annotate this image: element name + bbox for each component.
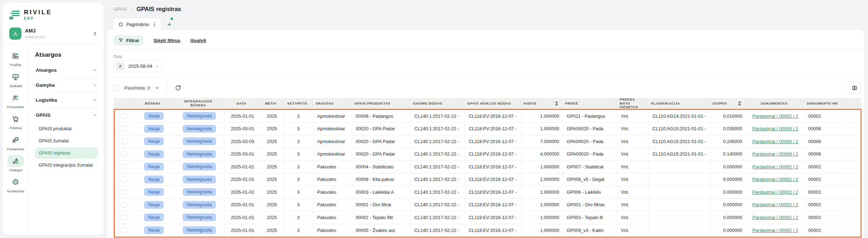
cell-integracijos_busena: Neintegruota xyxy=(174,161,225,173)
sidebar-item-gpais-produktai[interactable]: GPAIS produktai xyxy=(35,123,98,135)
column-header-gpais_produktas[interactable]: GPAIS PRODUKTAS xyxy=(351,98,410,109)
sidebar-item-gpais-integracijos-zurnalai[interactable]: GPAIS integracijos žurnalai xyxy=(35,159,98,171)
clear-date-icon[interactable]: × xyxy=(156,63,159,69)
column-header-klasifikacija[interactable]: KLASIFIKACIJA xyxy=(648,98,709,109)
column-header-dokumento_nr[interactable]: DOKUMENTO NR. xyxy=(804,98,847,109)
table-row[interactable]: NaujaNeintegruota2025-01-0120253Pakuotės… xyxy=(115,173,860,186)
document-link[interactable]: Pardavimai / 00006 / 2 xyxy=(752,151,798,157)
row-checkbox[interactable] xyxy=(122,164,127,169)
rail-item-atsargos[interactable]: Atsargos xyxy=(8,155,24,172)
cell-klasifikacija: CL110:AG15:2021-01-01 - xyxy=(649,148,710,161)
table-row[interactable]: NaujaNeintegruota2025-01-0120253Pakuotės… xyxy=(115,211,860,224)
rail-item-pardavimai[interactable]: Pardavimai xyxy=(7,134,24,151)
column-header-data[interactable]: DATA xyxy=(224,98,260,109)
cell-srautas: Pakuotės xyxy=(314,199,352,211)
chevron-down-icon xyxy=(93,98,97,102)
sidebar-section-gpais[interactable]: GPAIS xyxy=(35,108,98,122)
row-checkbox[interactable] xyxy=(122,189,127,195)
add-tab-button[interactable]: + xyxy=(167,21,171,31)
date-filter-value[interactable]: 2025-08-04 xyxy=(128,64,152,69)
row-checkbox[interactable] xyxy=(122,126,127,132)
document-link[interactable]: Pardavimai / 00002 / 2 xyxy=(752,113,798,119)
table-row[interactable]: NaujaNeintegruota2025-01-0120253Pakuotės… xyxy=(115,161,860,173)
column-header-srautas[interactable]: SRAUTAS xyxy=(312,98,351,109)
select-all-checkbox[interactable] xyxy=(114,85,120,91)
column-header-gpais_veiklos_budas[interactable]: GPAIS VEIKLOS BŪDAS xyxy=(464,98,521,109)
column-header-metai[interactable]: METAI xyxy=(260,98,282,109)
cell-srautas: Pakuotės xyxy=(314,186,352,198)
document-link[interactable]: Pardavimai / 00002 / 2 xyxy=(752,215,798,220)
table-row[interactable]: NaujaNeintegruota2025-01-0120253Pakuotės… xyxy=(115,224,860,237)
document-link[interactable]: Pardavimai / 00002 / 2 xyxy=(752,189,798,195)
filters-button[interactable]: Filtrai xyxy=(114,35,143,46)
chevron-updown-icon[interactable] xyxy=(93,31,97,36)
table-row[interactable]: NaujaNeintegruota2025-03-0120253Apmokest… xyxy=(115,148,860,161)
table-row[interactable]: NaujaNeintegruota2025-01-0120253Pakuotės… xyxy=(115,186,860,199)
hide-filters-link[interactable]: Slėpti filtrus xyxy=(153,38,180,43)
document-link[interactable]: Pardavimai / 00002 / 2 xyxy=(752,228,798,233)
cell-gavimo_budas: CL140:1:2017-02-22 - xyxy=(411,199,465,211)
column-header-ketvirtis[interactable]: KETVIRTIS xyxy=(282,98,312,109)
breadcrumb-parent[interactable]: GPAIS xyxy=(114,7,127,12)
column-header-prekes_mato_vienetas[interactable]: PREKĖS MATO VIENETAS xyxy=(616,98,648,109)
sidebar-section-gamyba[interactable]: Gamyba xyxy=(35,78,98,93)
document-link[interactable]: Pardavimai / 00006 / 2 xyxy=(752,139,798,144)
date-filter-chip[interactable]: ≠ 2025-08-04 × xyxy=(114,60,163,72)
column-settings-button[interactable] xyxy=(848,82,861,94)
rail-item-nustatymai[interactable]: Nustatymai xyxy=(7,176,24,193)
row-checkbox[interactable] xyxy=(122,177,127,182)
row-checkbox[interactable] xyxy=(122,151,127,157)
row-checkbox[interactable] xyxy=(122,227,127,233)
column-header-integracijos_busena[interactable]: INTEGRACIJOS BŪSENA xyxy=(173,98,224,109)
sidebar-section-atsargos[interactable]: Atsargos xyxy=(35,63,98,78)
table-row[interactable]: NaujaNeintegruota2025-03-0320253Apmokest… xyxy=(115,135,860,148)
column-header-dokumentas[interactable]: DOKUMENTAS xyxy=(745,98,804,109)
column-header-gavimo_budas[interactable]: GAVIMO BŪDAS xyxy=(410,98,464,109)
user-switcher[interactable]: A AMJ SINGVAI13 xyxy=(3,24,104,45)
rail-item-apskaita[interactable]: Apskaita xyxy=(8,71,24,88)
cell-integracijos_busena: Neintegruota xyxy=(174,211,225,224)
cell-gpais_veiklos_budas: CL118:EV:2016-12-07 - xyxy=(465,186,522,198)
not-equal-operator-icon[interactable]: ≠ xyxy=(116,62,125,70)
sidebar-section-logistika[interactable]: Logistika xyxy=(35,93,98,108)
column-header-busena[interactable]: BŪSENA xyxy=(133,98,173,109)
table-row[interactable]: NaujaNeintegruota2025-01-0120253Pakuotės… xyxy=(115,199,860,212)
column-header-kiekis[interactable]: KIEKISΣ xyxy=(521,98,562,109)
cell-ketvirtis: 3 xyxy=(283,211,314,224)
row-checkbox[interactable] xyxy=(122,214,127,220)
busena-badge: Nauja xyxy=(144,150,163,158)
sidebar-item-gpais-registras[interactable]: GPAIS registras xyxy=(35,147,98,159)
breadcrumb: GPAIS › GPAIS registras xyxy=(114,6,181,12)
document-link[interactable]: Pardavimai / 00002 / 2 xyxy=(752,164,798,169)
refresh-button[interactable] xyxy=(175,85,181,91)
row-checkbox[interactable] xyxy=(122,138,127,144)
table-row[interactable]: NaujaNeintegruota2025-03-0120253Apmokest… xyxy=(115,123,860,136)
sum-icon[interactable]: Σ xyxy=(738,101,741,106)
cell-svoris: 0.000000 xyxy=(710,161,746,173)
sum-icon[interactable]: Σ xyxy=(555,101,558,106)
document-link[interactable]: Pardavimai / 00002 / 2 xyxy=(752,177,798,182)
row-checkbox[interactable] xyxy=(122,202,127,208)
tab-pagrindinis[interactable]: Pagrindinis ⋮ xyxy=(114,19,161,31)
sidebar-item-gpais-zurnalai[interactable]: GPAIS žurnalai xyxy=(35,135,98,147)
document-link[interactable]: Pardavimai / 00006 / 2 xyxy=(752,126,798,131)
rail-item-pradzia[interactable]: Pradžia xyxy=(8,50,24,67)
column-header-label: GAVIMO BŪDAS xyxy=(413,102,442,106)
presentation-chart-icon xyxy=(8,71,24,83)
cell-gpais_veiklos_budas: CL118:PV:2016-12-07 - xyxy=(465,135,522,148)
cell-klasifikacija xyxy=(649,161,710,173)
row-checkbox[interactable] xyxy=(122,113,127,119)
chevron-down-icon[interactable] xyxy=(155,86,159,90)
document-link[interactable]: Pardavimai / 00002 / 2 xyxy=(752,202,798,207)
clear-filters-link[interactable]: Išvalyti xyxy=(191,38,206,43)
cell-filler xyxy=(848,110,860,122)
tab-menu-kebab-icon[interactable]: ⋮ xyxy=(152,21,156,27)
column-header-preke[interactable]: PREKĖ xyxy=(562,98,616,109)
table-row[interactable]: NaujaNeintegruota2025-01-0120253Apmokest… xyxy=(115,110,860,123)
column-header-svoris[interactable]: SVORISΣ xyxy=(709,98,745,109)
column-header-cb xyxy=(114,98,133,109)
rail-item-pirkimai[interactable]: Pirkimai xyxy=(8,113,24,130)
cell-filler xyxy=(848,173,860,186)
rail-item-personalas[interactable]: Personalas xyxy=(7,92,24,109)
nav-rail: PradžiaApskaitaPersonalasPirkimaiPardavi… xyxy=(3,45,29,235)
